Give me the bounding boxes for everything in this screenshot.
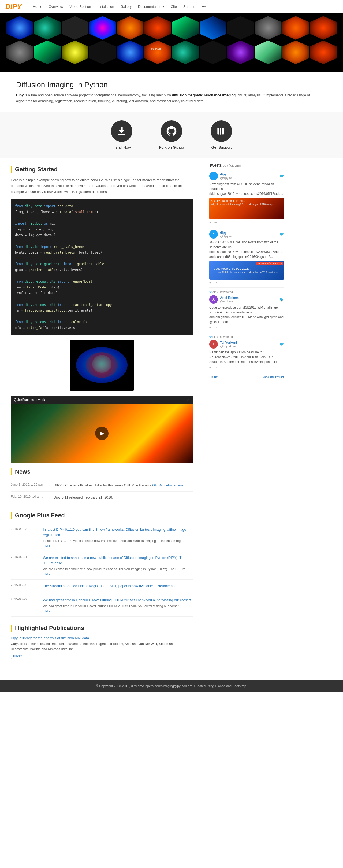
tweet-2-handle: @dipymri [220, 235, 233, 238]
twitter-icon-2: 🐦 [279, 232, 284, 237]
gplus-title-3[interactable]: The Streamline-based Linear Registration… [43, 583, 193, 589]
gplus-more-1[interactable]: more [43, 544, 50, 547]
view-on-twitter-link[interactable]: View on Twitter [262, 375, 284, 379]
getting-started-desc: Here is a simple example showing how to … [11, 177, 193, 195]
install-now-item[interactable]: Install Now [111, 121, 132, 150]
nav-documentation[interactable]: Documentation [135, 0, 168, 13]
hero-hex-3 [62, 16, 89, 40]
gplus-title-2[interactable]: We are excited to announce a new public … [43, 555, 193, 566]
gplus-title-4[interactable]: We had great time in Honolulu Hawaii dur… [43, 597, 193, 603]
download-icon [116, 125, 128, 137]
news-title: News [11, 468, 193, 475]
gplus-more-2[interactable]: more [43, 572, 50, 576]
news-text-1: DIPY will be an official exhibitor for t… [54, 483, 183, 488]
hero-hex-16 [89, 40, 116, 64]
tweet-2-heart[interactable]: ♥ [209, 281, 211, 285]
news-date-2: Feb. 10, 2016, 10 a.m. [11, 495, 48, 500]
tweet-4-heart[interactable]: ♥ [209, 366, 211, 369]
support-icon [215, 125, 227, 137]
tweet-3-rt-label: ⟳ dipy Retweeted [209, 290, 284, 294]
getting-started-title: Getting Started [11, 166, 193, 173]
news-link-1[interactable]: OHBM website here [152, 483, 183, 487]
github-label: Fork on Github [159, 145, 184, 150]
twitter-icon-1: 🐦 [279, 174, 284, 178]
video-bar: QuickBundles at work ↗ [11, 396, 193, 404]
news-section: News June 1, 2016, 1:20 p.m. DIPY will b… [11, 468, 193, 504]
footer-text: © Copyright 2008-2016, dipy developers n… [96, 684, 247, 688]
play-button[interactable] [95, 427, 108, 440]
tweet-3-heart[interactable]: ♥ [209, 326, 211, 330]
tweet-img-sub-2: Hi I am Riddhish. I am very pl... riddhi… [214, 271, 279, 273]
nav-installation[interactable]: Installation [94, 0, 117, 13]
news-date-1: June 1, 2016, 1:20 p.m. [11, 483, 48, 488]
tweet-4-user: Tal Yorkoni [220, 341, 237, 344]
pub-title-1[interactable]: Dipy, a library for the analysis of diff… [11, 636, 193, 640]
tweet-1-avatar: d [209, 172, 218, 180]
github-icon-circle [161, 121, 182, 142]
tweet-1-actions: ♥ ↩ [209, 221, 284, 224]
hero-hex-7 [172, 16, 199, 40]
hero-section: CC mask [0, 13, 343, 72]
tweet-1-heart[interactable]: ♥ [209, 221, 211, 224]
gplus-desc-1: In latest DIPY 0.11.0 you can find 3 new… [43, 538, 193, 543]
gplus-item-2: 2016-02-21 We are excited to announce a … [11, 551, 193, 580]
tweet-1-reply[interactable]: ↩ [214, 221, 217, 224]
install-bar: Install Now Fork on Github Get Support [0, 112, 343, 158]
github-item[interactable]: Fork on Github [159, 121, 184, 150]
rt-icon-4: ⟳ [209, 335, 212, 338]
tweet-4-reply[interactable]: ↩ [214, 366, 217, 369]
gplus-title-1[interactable]: In latest DIPY 0.11.0 you can find 3 new… [43, 527, 193, 537]
tweet-img-sub-1: Why do we need denoising? Si... riddhish… [211, 203, 282, 206]
tweet-2-text: #GSOC 2016 is a go! Blog Posts from two … [209, 240, 284, 259]
news-text-2: Dipy 0.11 released February 21, 2016. [54, 495, 113, 500]
tweet-3-text: Code to reproduce our #ISB2015 WM challe… [209, 305, 284, 324]
navbar: DIPY Home Overview Video Section Install… [0, 0, 343, 13]
support-icon-circle [211, 121, 232, 142]
support-item[interactable]: Get Support [211, 121, 232, 150]
tweet-4-handle: @talyarkoni [220, 344, 237, 348]
svg-rect-0 [217, 128, 219, 135]
video-play-area[interactable] [11, 404, 193, 463]
tweet-3-avatar: A [209, 295, 218, 304]
code-block: from dipy.data import get_data fimg, fbv… [11, 199, 193, 335]
hero-hex-9 [227, 16, 254, 40]
tweet-1-user: dipy [220, 173, 233, 176]
footer: © Copyright 2008-2016, dipy developers n… [0, 680, 343, 692]
nav-more[interactable]: ••• [199, 0, 209, 13]
nav-gallery[interactable]: Gallery [117, 0, 135, 13]
tweet-2-reply[interactable]: ↩ [214, 281, 217, 285]
gplus-more-4[interactable]: more [43, 609, 50, 613]
tweet-4-actions: ♥ ↩ [209, 366, 284, 369]
hero-hex-14 [34, 40, 61, 64]
gplus-item-1: 2016-02-23 In latest DIPY 0.11.0 you can… [11, 523, 193, 551]
gplus-date-3: 2015-06-25 [11, 583, 37, 590]
tweet-3: ⟳ dipy Retweeted A Ariel Rokem @arokem 🐦… [209, 288, 284, 333]
tweet-1-image: Adaptive Denoising for Diffu... Why do w… [209, 198, 284, 219]
intro-section: Diffusion Imaging In Python Dipy is a fr… [0, 72, 343, 112]
intro-title: Diffusion Imaging In Python [16, 81, 327, 89]
nav-cite[interactable]: Cite [168, 0, 180, 13]
gplus-desc-2: We are excited to announce a new public … [43, 567, 193, 571]
gplus-title: Google Plus Feed [11, 512, 193, 519]
nav-overview[interactable]: Overview [45, 0, 66, 13]
tweet-3-reply[interactable]: ↩ [214, 326, 217, 330]
nav-support[interactable]: Support [180, 0, 199, 13]
pub-bibtex-1[interactable]: Bibtex [11, 654, 24, 659]
hero-hex-4 [89, 16, 116, 40]
gplus-date-4: 2015-06-22 [11, 597, 37, 613]
nav-video-section[interactable]: Video Section [66, 0, 94, 13]
twitter-icon-3: 🐦 [279, 297, 284, 302]
hero-hex-19 [172, 40, 199, 64]
hero-hex-11 [282, 16, 309, 40]
nav-home[interactable]: Home [30, 0, 45, 13]
site-logo[interactable]: DIPY [5, 2, 22, 11]
github-icon [166, 125, 177, 137]
video-expand-icon[interactable]: ↗ [187, 398, 190, 402]
hero-hex-6 [144, 16, 171, 40]
embed-link[interactable]: Embed [209, 375, 219, 379]
news-item-1: June 1, 2016, 1:20 p.m. DIPY will be an … [11, 479, 193, 492]
hero-hex-17 [117, 40, 144, 64]
gplus-section: Google Plus Feed 2016-02-23 In latest DI… [11, 512, 193, 617]
svg-rect-1 [220, 128, 221, 135]
pub-item-1: Dipy, a library for the analysis of diff… [11, 636, 193, 659]
